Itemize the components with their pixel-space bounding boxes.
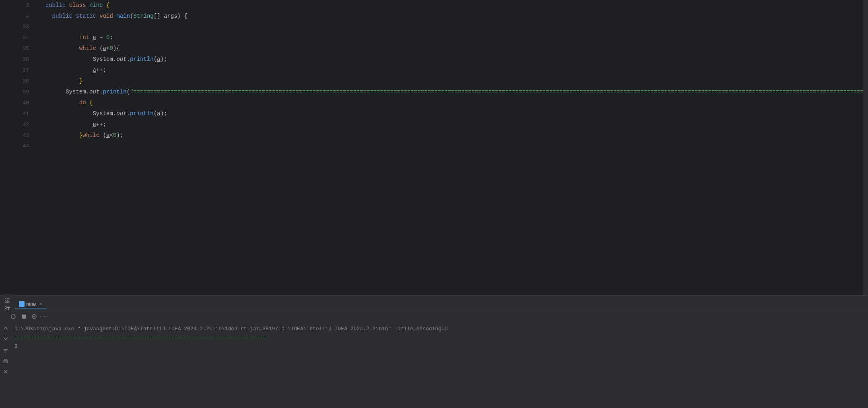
code-line-38: 38 } bbox=[11, 76, 863, 87]
run-tab-nine[interactable]: nine × bbox=[15, 299, 46, 309]
code-line-44: 44 bbox=[11, 141, 863, 151]
line-number: 41 bbox=[11, 109, 35, 119]
line-content: public static void main(String[] args) { bbox=[35, 11, 863, 21]
run-sort-icon[interactable] bbox=[2, 347, 9, 354]
line-content: System.out.println(a); bbox=[35, 108, 863, 119]
left-gutter bbox=[0, 0, 11, 295]
tab-file-icon bbox=[19, 301, 25, 307]
output-line: ========================================… bbox=[14, 333, 865, 342]
run-down-icon[interactable] bbox=[2, 335, 9, 342]
code-line-33: 33 bbox=[11, 22, 863, 32]
run-up-icon[interactable] bbox=[2, 325, 9, 332]
line-content: System.out.println(a); bbox=[35, 54, 863, 64]
output-line: D:\JDK\bin\java.exe "-javaagent:D:\IDEA\… bbox=[14, 325, 865, 333]
line-number: 40 bbox=[11, 98, 35, 108]
line-number: 33 bbox=[11, 22, 35, 32]
code-line-4: 4 public static void main(String[] args)… bbox=[11, 11, 863, 22]
code-line-36: 36 System.out.println(a); bbox=[11, 54, 863, 65]
run-toolbar: ··· bbox=[0, 310, 868, 323]
toolbar-scroll-end-btn[interactable] bbox=[31, 313, 38, 320]
run-print-icon[interactable] bbox=[2, 358, 9, 365]
line-content: int a = 0; bbox=[35, 32, 863, 43]
line-number: 44 bbox=[11, 141, 35, 151]
svg-rect-0 bbox=[22, 315, 26, 319]
run-tabs: 运行 nine × bbox=[0, 296, 868, 310]
run-tab-name: nine bbox=[26, 301, 36, 307]
toolbar-more-btn[interactable]: ··· bbox=[41, 313, 48, 320]
line-number: 34 bbox=[11, 33, 35, 43]
run-panel: 运行 nine × bbox=[0, 295, 868, 408]
line-content: System.out.println("====================… bbox=[35, 87, 863, 97]
line-number: 38 bbox=[11, 76, 35, 87]
line-content: public class nine { bbox=[35, 0, 863, 10]
line-content: a++; bbox=[35, 65, 863, 75]
line-content: a++; bbox=[35, 119, 863, 130]
line-number: 42 bbox=[11, 120, 35, 130]
code-line-34: 34 int a = 0; bbox=[11, 32, 863, 43]
line-number: 3 bbox=[11, 0, 35, 11]
run-close-panel-icon[interactable] bbox=[2, 368, 9, 375]
code-line-35: 35 while (a<0){ bbox=[11, 43, 863, 54]
output-line: 0 bbox=[14, 342, 865, 351]
line-number: 39 bbox=[11, 87, 35, 97]
code-container: 3 public class nine {4 public static voi… bbox=[11, 0, 863, 295]
code-line-37: 37 a++; bbox=[11, 65, 863, 76]
line-content: while (a<0){ bbox=[35, 43, 863, 54]
toolbar-rerun-btn[interactable] bbox=[10, 313, 17, 320]
line-number: 35 bbox=[11, 43, 35, 54]
line-number: 36 bbox=[11, 54, 35, 65]
code-line-43: 43 }while (a<0); bbox=[11, 130, 863, 141]
run-side-icons bbox=[0, 323, 11, 408]
code-line-40: 40 do { bbox=[11, 97, 863, 108]
code-line-39: 39 System.out.println("=================… bbox=[11, 87, 863, 97]
editor-area: 3 public class nine {4 public static voi… bbox=[0, 0, 868, 408]
run-output: D:\JDK\bin\java.exe "-javaagent:D:\IDEA\… bbox=[11, 323, 868, 408]
code-line-42: 42 a++; bbox=[11, 119, 863, 130]
code-line-41: 41 System.out.println(a); bbox=[11, 108, 863, 119]
line-content: }while (a<0); bbox=[35, 130, 863, 141]
line-number: 37 bbox=[11, 65, 35, 76]
run-label[interactable]: 运行 bbox=[3, 297, 12, 312]
line-number: 43 bbox=[11, 130, 35, 141]
line-content: do { bbox=[35, 97, 863, 108]
line-number: 4 bbox=[11, 11, 35, 22]
code-line-3: 3 public class nine { bbox=[11, 0, 863, 11]
line-content: } bbox=[35, 76, 863, 86]
run-tab-close[interactable]: × bbox=[39, 301, 42, 307]
right-scrollbar[interactable] bbox=[863, 0, 868, 295]
run-left-gutter: 运行 nine × bbox=[3, 294, 14, 312]
toolbar-stop-btn[interactable] bbox=[20, 313, 27, 320]
